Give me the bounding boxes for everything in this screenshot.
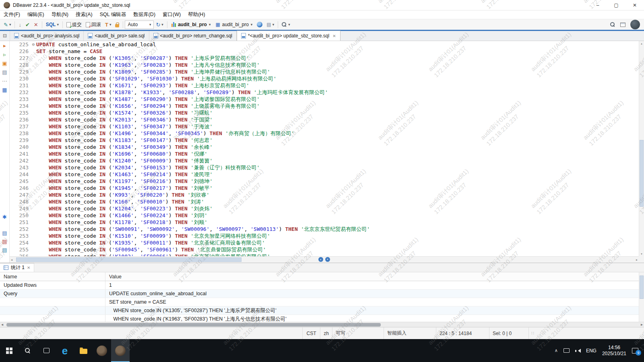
name-column-header[interactable]: Name: [0, 272, 105, 281]
code-line: 236 WHEN store_code IN ('K2013', 'SF0034…: [10, 116, 639, 123]
code-line: 237 WHEN store_code IN ('K1103', 'SF0034…: [10, 123, 639, 130]
result-row[interactable]: WHEN store_code IN ('K1963', 'SF00283') …: [0, 315, 644, 322]
input-language[interactable]: ENG: [586, 348, 597, 354]
panel-horizontal-scrollbar[interactable]: ◂ ▸: [0, 322, 644, 327]
menu-item[interactable]: 帮助(H): [184, 10, 208, 19]
vertical-scroll-thumb[interactable]: [640, 140, 644, 207]
editor-tab[interactable]: <audit_bi_pro> analysis.sql: [10, 31, 84, 41]
code-text: WHEN store_code IN ('K1178', 'SF00218') …: [36, 219, 207, 226]
tab-close-icon[interactable]: ✕: [332, 34, 336, 38]
execute-check-button[interactable]: ✔: [23, 20, 32, 29]
editor-tab[interactable]: <audit_bi_pro> return_change.sql: [149, 31, 237, 41]
value-column-header[interactable]: Value: [105, 272, 644, 281]
panel-scroll-thumb[interactable]: [6, 323, 381, 327]
dbeaver-avatar-icon[interactable]: [630, 20, 640, 29]
more-icon[interactable]: ⋯: [2, 78, 7, 84]
taskbar-search-button[interactable]: [19, 339, 37, 362]
action-center-icon[interactable]: 9: [632, 348, 638, 354]
search-dropdown-button[interactable]: ▾: [280, 20, 292, 29]
run-icon[interactable]: ▹: [3, 51, 6, 58]
line-number: 246: [10, 185, 31, 191]
sql-label: SQL: [46, 22, 56, 27]
minimize-button[interactable]: –: [588, 0, 607, 10]
new-sql-editor-button[interactable]: ✎ ▾: [2, 20, 13, 29]
display-tray-icon[interactable]: [564, 348, 570, 353]
results-vertical-scrollbar[interactable]: [639, 272, 644, 322]
commit-button[interactable]: 提交: [64, 20, 84, 29]
scroll-down-icon[interactable]: ▾: [639, 252, 644, 256]
volume-icon[interactable]: [575, 348, 580, 353]
editor-vertical-scrollbar[interactable]: ▴ ▾: [639, 41, 644, 256]
maximize-button[interactable]: ▢: [607, 0, 625, 10]
settings-icon[interactable]: ✱: [2, 214, 7, 220]
rollback-button[interactable]: 回滚: [84, 20, 103, 29]
schema-selector[interactable]: ▦ audit_bi_pro ▾: [213, 20, 255, 29]
scroll-left-icon[interactable]: ◂: [1, 322, 3, 327]
fold-column: [31, 123, 36, 130]
scroll-up-icon[interactable]: ▴: [639, 41, 644, 45]
status-item: CST: [303, 327, 320, 339]
code-text: WHEN store_code IN ('K1197', 'SF00216') …: [36, 178, 213, 185]
fold-collapse-icon[interactable]: ⊖: [31, 41, 36, 48]
sash-up-button[interactable]: ▴: [318, 257, 323, 262]
console-icon[interactable]: ▸: [3, 43, 6, 49]
menu-item[interactable]: 窗口(W): [159, 10, 184, 19]
scroll-right-icon[interactable]: ▸: [636, 257, 638, 262]
sql-dropdown-button[interactable]: SQL ▾: [44, 20, 61, 29]
result-row[interactable]: WHEN store_code IN ('K1305', 'SF00287') …: [0, 306, 644, 315]
menu-item[interactable]: 导航(N): [48, 10, 72, 19]
dbeaver-taskbar-button[interactable]: [93, 339, 111, 362]
horizontal-scroll-thumb[interactable]: [16, 257, 242, 262]
restore-views-button[interactable]: ⊟: [0, 31, 10, 41]
scroll-left-icon[interactable]: ◂: [10, 257, 13, 262]
edge-button[interactable]: e: [56, 339, 74, 362]
status-item: 224 : 5 : 14184: [436, 327, 489, 339]
results-scroll-thumb[interactable]: [640, 276, 644, 299]
menu-item[interactable]: SQL 编辑器: [96, 10, 130, 19]
close-button[interactable]: ✕: [625, 0, 644, 10]
sash-down-button[interactable]: ▾: [325, 257, 330, 262]
grid-view-icon[interactable]: ▤: [2, 69, 7, 76]
start-button[interactable]: [0, 339, 19, 362]
tray-expand-icon[interactable]: ∧: [555, 348, 558, 353]
fold-column: [31, 68, 36, 75]
perspective-icon[interactable]: [620, 23, 625, 27]
result-row[interactable]: Updated Rows1: [0, 281, 644, 290]
result-row[interactable]: QueryUPDATE custom_online_sale_abroad_lo…: [0, 290, 644, 298]
statistics-tab[interactable]: 统计 1 ✕: [0, 263, 34, 272]
cancel-button[interactable]: ✕: [32, 20, 40, 29]
code-area[interactable]: 225⊖UPDATE custom_online_sale_abroad_loc…: [10, 41, 639, 256]
menu-item[interactable]: 搜索(A): [72, 10, 96, 19]
doc-teal-icon[interactable]: ▤: [2, 247, 7, 253]
doc-blue-icon[interactable]: ▤: [2, 230, 7, 237]
dbeaver-taskbar-button-active[interactable]: [111, 339, 130, 362]
quick-search-icon[interactable]: [610, 22, 615, 27]
code-line: 241 WHEN store_code IN ('K1696', 'SF0068…: [10, 150, 639, 157]
results-rows: Updated Rows1QueryUPDATE custom_online_s…: [0, 281, 644, 322]
tab-close-icon[interactable]: ✕: [27, 265, 30, 270]
output-icon[interactable]: ▦: [2, 87, 7, 93]
script-icon[interactable]: ▣: [2, 60, 7, 67]
menu-item[interactable]: 文件(F): [0, 10, 24, 19]
result-row[interactable]: SET store_name = CASE: [0, 298, 644, 306]
editor-horizontal-scrollbar[interactable]: ◂ ▴ ▾ ▸: [10, 256, 639, 263]
panel-dropdown-button[interactable]: ▤ ▾: [264, 20, 276, 29]
file-explorer-button[interactable]: [74, 339, 93, 362]
auto-commit-combo[interactable]: Auto ▾: [125, 21, 154, 29]
menu-item[interactable]: 数据库(D): [130, 10, 159, 19]
fetch-button[interactable]: ↓: [17, 20, 23, 29]
menu-item[interactable]: 编辑(E): [24, 10, 48, 19]
navigator-button[interactable]: [255, 20, 264, 29]
scroll-right-icon[interactable]: ▸: [641, 322, 643, 327]
taskbar-clock[interactable]: 14:56 2025/10/21: [602, 345, 626, 357]
line-number: 227: [10, 55, 31, 62]
task-view-button[interactable]: [37, 339, 56, 362]
transaction-mode-button[interactable]: T ▾: [103, 20, 113, 29]
editor-tab[interactable]: *<audit_bi_pro> update_sbz_store.sql✕: [237, 31, 341, 41]
refresh-dropdown-button[interactable]: ↻ ▾: [154, 20, 165, 29]
editor-tab[interactable]: <audit_bi_pro> sale.sql: [84, 31, 149, 41]
connection-selector[interactable]: audit_bi_pro ▾: [169, 20, 213, 29]
doc-red-icon[interactable]: ▤: [2, 239, 7, 245]
lock-button[interactable]: [113, 20, 121, 29]
sql-editor[interactable]: 225⊖UPDATE custom_online_sale_abroad_loc…: [10, 41, 644, 263]
